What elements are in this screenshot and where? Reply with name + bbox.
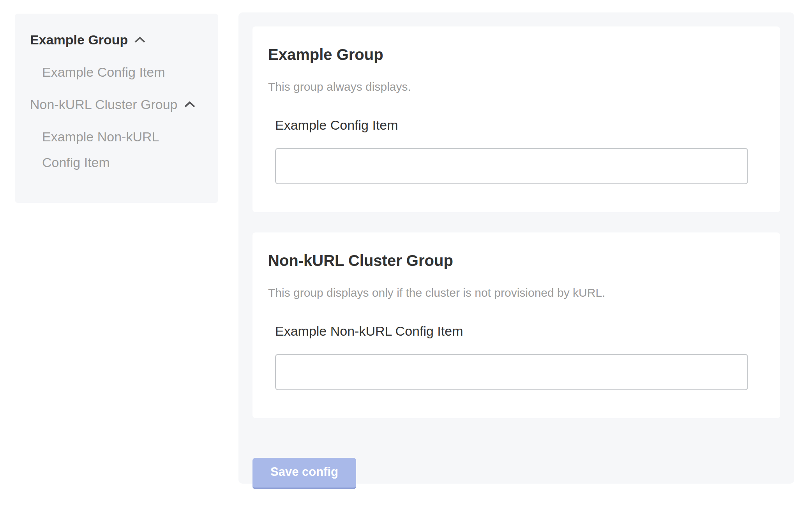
app-config-page: Example Group Example Config Item Non-kU… xyxy=(0,0,812,507)
sidebar-group-example-group[interactable]: Example Group xyxy=(30,27,203,53)
group-description: This group always displays. xyxy=(268,79,757,95)
config-item-label: Example Config Item xyxy=(275,117,757,133)
sidebar-group-label: Example Group xyxy=(30,27,128,53)
group-title: Non-kURL Cluster Group xyxy=(268,251,757,270)
example-config-item-input[interactable] xyxy=(275,148,748,184)
sidebar-group-items: Example Non-kURL Config Item xyxy=(30,124,203,175)
chevron-up-icon[interactable] xyxy=(184,101,196,108)
group-title: Example Group xyxy=(268,45,757,64)
config-item: Example Config Item xyxy=(275,117,757,184)
config-groups-panel: Example Group This group always displays… xyxy=(238,12,794,484)
config-group-card-example-group: Example Group This group always displays… xyxy=(252,26,780,212)
sidebar-group-label: Non-kURL Cluster Group xyxy=(30,92,178,117)
sidebar-group-items: Example Config Item xyxy=(30,59,203,85)
config-item: Example Non-kURL Config Item xyxy=(275,323,757,390)
config-nav-sidebar: Example Group Example Config Item Non-kU… xyxy=(15,14,218,203)
sidebar-item-example-non-kurl-config-item[interactable]: Example Non-kURL Config Item xyxy=(42,124,182,175)
save-config-button[interactable]: Save config xyxy=(252,458,356,489)
group-description: This group displays only if the cluster … xyxy=(268,285,757,301)
chevron-up-icon[interactable] xyxy=(134,36,146,44)
config-group-card-non-kurl-cluster-group: Non-kURL Cluster Group This group displa… xyxy=(252,232,780,418)
config-item-label: Example Non-kURL Config Item xyxy=(275,323,757,339)
example-non-kurl-config-item-input[interactable] xyxy=(275,354,748,390)
sidebar-item-example-config-item[interactable]: Example Config Item xyxy=(42,59,203,85)
sidebar-group-non-kurl-cluster-group[interactable]: Non-kURL Cluster Group xyxy=(30,92,203,117)
sidebar-group: Non-kURL Cluster Group Example Non-kURL … xyxy=(30,92,203,175)
sidebar-group: Example Group Example Config Item xyxy=(30,27,203,85)
